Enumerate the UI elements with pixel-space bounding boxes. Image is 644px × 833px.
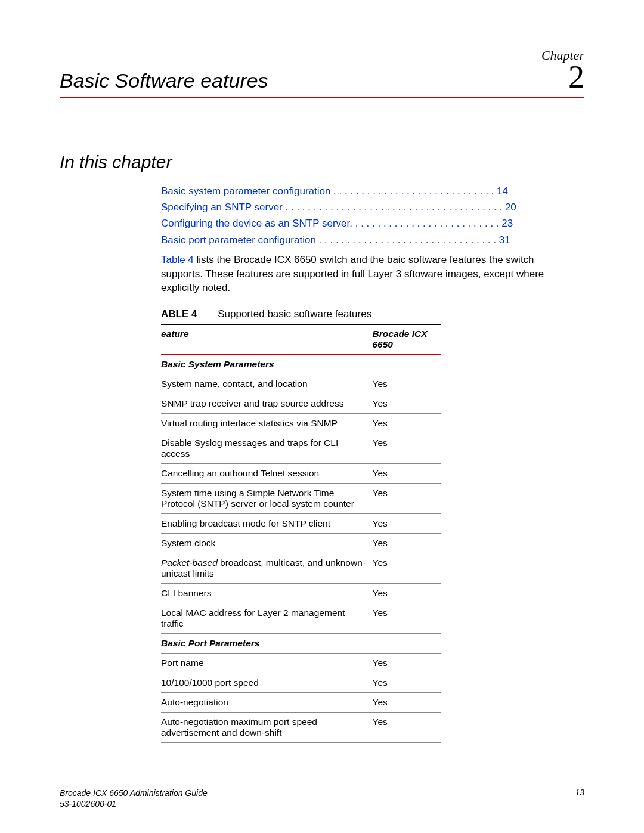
table-row: Disable Syslog messages and traps for CL…: [161, 433, 441, 464]
chapter-title-row: Basic Software eatures 2: [60, 61, 584, 98]
value-cell: Yes: [372, 654, 441, 673]
feature-cell: Auto-negotiation: [161, 693, 372, 713]
feature-cell: Disable Syslog messages and traps for CL…: [161, 433, 372, 464]
feature-cell: Auto-negotiation maximum port speed adve…: [161, 713, 372, 743]
toc-link[interactable]: Basic system parameter configuration . .…: [161, 183, 549, 199]
feature-cell: Port name: [161, 654, 372, 673]
table-row: System name, contact, and locationYes: [161, 374, 441, 394]
table-section-header: Basic System Parameters: [161, 354, 441, 374]
table-caption-text: Supported basic software features: [218, 308, 371, 320]
col-header-feature: eature: [161, 324, 372, 354]
table-row: Cancelling an outbound Telnet sessionYes: [161, 464, 441, 484]
table-caption: ABLE 4 Supported basic software features: [161, 308, 584, 320]
section-heading: In this chapter: [60, 152, 584, 172]
value-cell: Yes: [372, 534, 441, 553]
table-row: Enabling broadcast mode for SNTP clientY…: [161, 514, 441, 534]
value-cell: Yes: [372, 433, 441, 464]
footer-doc-number: 53-1002600-01: [60, 798, 208, 809]
table-row: Auto-negotiation maximum port speed adve…: [161, 713, 441, 743]
value-cell: Yes: [372, 673, 441, 693]
value-cell: Yes: [372, 603, 441, 634]
table-row: Packet-based broadcast, multicast, and u…: [161, 553, 441, 584]
feature-cell: Virtual routing interface statistics via…: [161, 414, 372, 433]
table-ref-link[interactable]: Table 4: [161, 254, 194, 265]
feature-cell: Packet-based broadcast, multicast, and u…: [161, 553, 372, 584]
value-cell: Yes: [372, 693, 441, 713]
feature-cell: Local MAC address for Layer 2 management…: [161, 603, 372, 634]
toc-link[interactable]: Specifying an SNTP server . . . . . . . …: [161, 199, 549, 215]
table-row: System clockYes: [161, 534, 441, 553]
toc-link[interactable]: Configuring the device as an SNTP server…: [161, 215, 549, 231]
table-row: Port nameYes: [161, 654, 441, 673]
table-row: CLI bannersYes: [161, 584, 441, 603]
feature-cell: SNMP trap receiver and trap source addre…: [161, 394, 372, 414]
feature-cell: System clock: [161, 534, 372, 553]
table-row: Virtual routing interface statistics via…: [161, 414, 441, 433]
value-cell: Yes: [372, 713, 441, 743]
value-cell: Yes: [372, 374, 441, 394]
value-cell: Yes: [372, 553, 441, 584]
intro-paragraph: Table 4 lists the Brocade ICX 6650 switc…: [161, 253, 566, 295]
chapter-title: Basic Software eatures: [60, 69, 268, 92]
toc-link[interactable]: Basic port parameter configuration . . .…: [161, 232, 549, 248]
table-row: System time using a Simple Network Time …: [161, 484, 441, 514]
table-label: ABLE 4: [161, 308, 197, 320]
page-footer: Brocade ICX 6650 Administration Guide 53…: [60, 788, 584, 809]
value-cell: Yes: [372, 464, 441, 484]
feature-cell: System name, contact, and location: [161, 374, 372, 394]
feature-cell: Enabling broadcast mode for SNTP client: [161, 514, 372, 534]
value-cell: Yes: [372, 414, 441, 433]
feature-cell: CLI banners: [161, 584, 372, 603]
feature-table: eature Brocade ICX 6650 Basic System Par…: [161, 324, 441, 743]
chapter-number: 2: [568, 61, 584, 93]
table-row: SNMP trap receiver and trap source addre…: [161, 394, 441, 414]
feature-cell: 10/100/1000 port speed: [161, 673, 372, 693]
footer-page-number: 13: [575, 788, 584, 809]
toc: Basic system parameter configuration . .…: [161, 183, 549, 248]
table-row: Local MAC address for Layer 2 management…: [161, 603, 441, 634]
page: Chapter Basic Software eatures 2 In this…: [0, 0, 644, 833]
value-cell: Yes: [372, 584, 441, 603]
table-section-header: Basic Port Parameters: [161, 634, 441, 654]
intro-text: lists the Brocade ICX 6650 switch and th…: [161, 254, 544, 294]
col-header-value: Brocade ICX 6650: [372, 324, 441, 354]
value-cell: Yes: [372, 394, 441, 414]
table-row: Auto-negotiationYes: [161, 693, 441, 713]
footer-guide-title: Brocade ICX 6650 Administration Guide: [60, 788, 208, 798]
feature-cell: System time using a Simple Network Time …: [161, 484, 372, 514]
value-cell: Yes: [372, 514, 441, 534]
feature-cell: Cancelling an outbound Telnet session: [161, 464, 372, 484]
value-cell: Yes: [372, 484, 441, 514]
table-row: 10/100/1000 port speedYes: [161, 673, 441, 693]
